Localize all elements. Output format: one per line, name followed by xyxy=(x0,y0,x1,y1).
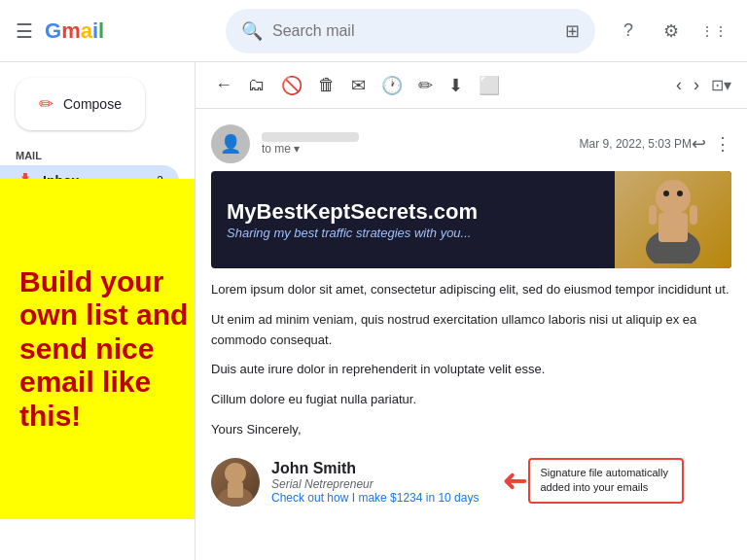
compose-pencil-icon: ✏ xyxy=(39,93,53,115)
sender-avatar: 👤 xyxy=(211,124,250,163)
svg-point-7 xyxy=(225,463,246,484)
svg-rect-9 xyxy=(228,482,243,498)
sig-title: Serial Netrepreneur xyxy=(271,477,479,491)
email-meta: to me ▾ xyxy=(262,132,580,156)
snooze-button[interactable]: 🕐 xyxy=(377,71,407,100)
prev-email-button[interactable]: ‹ xyxy=(672,71,686,99)
back-button[interactable]: ← xyxy=(211,71,236,99)
compose-label: Compose xyxy=(63,96,122,112)
copy-button[interactable]: ⬜ xyxy=(475,71,504,100)
email-toolbar: ← 🗂 🚫 🗑 ✉ 🕐 ✏ ⬇ ⬜ ‹ › ⊡▾ xyxy=(196,62,747,109)
main-layout: ✏ Compose Mail 📥 Inbox 3 🕐 ℹ 21 xyxy=(0,62,747,560)
move-button[interactable]: ✏ xyxy=(414,71,437,100)
red-arrow-icon: ➜ xyxy=(502,462,528,499)
yellow-overlay: Build your own list and send nice email … xyxy=(0,179,195,519)
body-p1: Lorem ipsum dolor sit amet, consectetur … xyxy=(211,280,731,300)
archive-button[interactable]: 🗂 xyxy=(244,71,269,99)
toolbar-nav: ‹ › xyxy=(672,71,703,99)
email-body: Lorem ipsum dolor sit amet, consectetur … xyxy=(211,280,731,440)
menu-icon[interactable]: ☰ xyxy=(16,19,33,43)
avatar-icon: 👤 xyxy=(220,133,241,155)
settings-icon[interactable]: ⚙ xyxy=(654,14,689,49)
sidebar: ✏ Compose Mail 📥 Inbox 3 🕐 ℹ 21 xyxy=(0,62,195,560)
body-p2: Ut enim ad minim veniam, quis nostrud ex… xyxy=(211,310,731,351)
help-icon[interactable]: ? xyxy=(611,14,646,49)
search-input[interactable] xyxy=(272,22,557,40)
header-left: ☰ Gmail xyxy=(16,18,210,44)
sig-avatar xyxy=(211,458,260,507)
next-email-button[interactable]: › xyxy=(690,71,703,99)
sig-person-svg xyxy=(211,458,260,507)
banner-title: MyBestKeptSecrets.com xyxy=(227,199,599,225)
search-bar[interactable]: 🔍 ⊞ xyxy=(226,9,595,53)
view-toggle[interactable]: ⊡▾ xyxy=(711,76,731,94)
email-date: Mar 9, 2022, 5:03 PM xyxy=(580,137,692,151)
overlay-text: Build your own list and send nice email … xyxy=(19,265,195,434)
banner-image xyxy=(615,171,731,268)
svg-rect-5 xyxy=(649,205,657,225)
gmail-m-logo: Gmail xyxy=(45,18,104,44)
header-right: ? ⚙ ⋮⋮ xyxy=(611,14,731,49)
email-header: 👤 to me ▾ Mar 9, 2022, 5:03 PM ↩ ⋮ xyxy=(211,124,731,163)
annotation-text: Signature file automatically added into … xyxy=(540,467,667,493)
svg-point-4 xyxy=(677,191,683,196)
body-p3: Duis aute irure dolor in reprehenderit i… xyxy=(211,360,731,380)
svg-rect-6 xyxy=(690,205,697,225)
delete-button[interactable]: 🗑 xyxy=(314,71,339,99)
annotation-container: ➜ Signature file automatically added int… xyxy=(502,458,684,504)
mail-section-title: Mail xyxy=(0,142,195,165)
email-view: 👤 to me ▾ Mar 9, 2022, 5:03 PM ↩ ⋮ xyxy=(196,109,747,560)
person-svg xyxy=(634,176,712,263)
banner-subtitle: Sharing my best traffic strategies with … xyxy=(227,226,599,240)
svg-point-3 xyxy=(663,191,669,196)
header: ☰ Gmail 🔍 ⊞ ? ⚙ ⋮⋮ xyxy=(0,0,747,62)
download-button[interactable]: ⬇ xyxy=(445,71,467,100)
svg-point-0 xyxy=(656,180,691,215)
signature: John Smith Serial Netrepreneur Check out… xyxy=(211,458,479,507)
sig-avatar-inner xyxy=(211,458,260,507)
body-p4: Cillum dolore eu fugiat nulla pariatur. xyxy=(211,390,731,410)
reply-icon[interactable]: ↩ xyxy=(692,133,706,155)
body-closing: Yours Sincerely, xyxy=(211,420,731,440)
annotation-box: Signature file automatically added into … xyxy=(528,458,684,504)
sig-link[interactable]: Check out how I make $1234 in 10 days xyxy=(271,491,479,505)
more-options-icon[interactable]: ⋮ xyxy=(714,133,731,155)
svg-rect-2 xyxy=(658,213,688,242)
search-icon: 🔍 xyxy=(241,20,263,42)
sig-arrow-container: John Smith Serial Netrepreneur Check out… xyxy=(211,450,731,507)
mark-unread-button[interactable]: ✉ xyxy=(347,71,370,100)
signature-area: John Smith Serial Netrepreneur Check out… xyxy=(211,450,731,507)
email-area: ← 🗂 🚫 🗑 ✉ 🕐 ✏ ⬇ ⬜ ‹ › ⊡▾ 👤 xyxy=(195,62,747,560)
sig-info: John Smith Serial Netrepreneur Check out… xyxy=(271,460,479,505)
compose-button[interactable]: ✏ Compose xyxy=(16,78,145,130)
spam-button[interactable]: 🚫 xyxy=(277,71,306,100)
gmail-logo: Gmail xyxy=(45,18,104,44)
email-actions: ↩ ⋮ xyxy=(692,133,731,155)
sig-name: John Smith xyxy=(271,460,479,477)
email-banner: MyBestKeptSecrets.com Sharing my best tr… xyxy=(211,171,731,268)
banner-content: MyBestKeptSecrets.com Sharing my best tr… xyxy=(211,188,615,251)
email-to[interactable]: to me ▾ xyxy=(262,142,580,156)
apps-icon[interactable]: ⋮⋮ xyxy=(696,14,731,49)
sender-name xyxy=(262,132,580,142)
filter-icon[interactable]: ⊞ xyxy=(565,20,580,42)
